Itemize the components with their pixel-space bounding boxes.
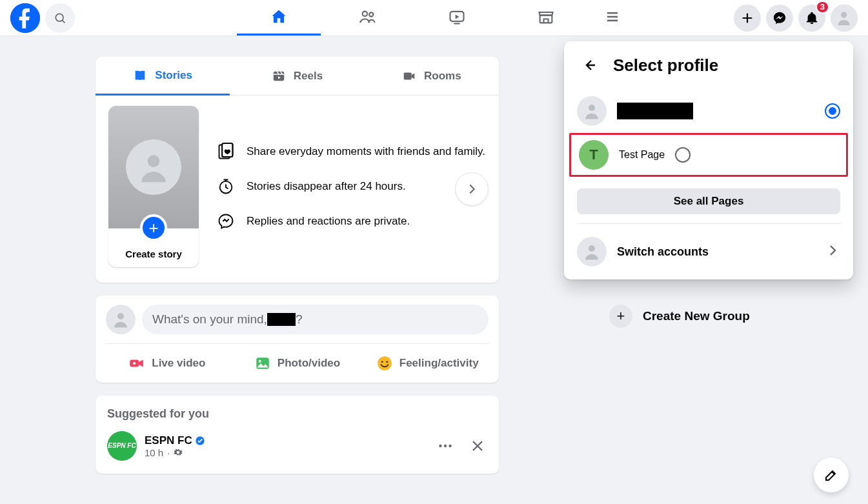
svg-point-29	[449, 445, 451, 447]
svg-point-10	[841, 12, 847, 17]
composer-action-label: Feeling/activity	[399, 357, 479, 370]
tab-label: Rooms	[424, 70, 461, 83]
svg-point-28	[444, 445, 447, 447]
profile-list: T Test Page	[564, 86, 853, 179]
book-icon	[133, 68, 147, 83]
radio-selected[interactable]	[825, 103, 840, 119]
svg-point-4	[369, 12, 373, 16]
back-button[interactable]	[577, 53, 601, 77]
nav-tab-menu[interactable]	[593, 1, 632, 35]
tab-reels[interactable]: Reels	[230, 57, 364, 96]
svg-point-13	[148, 155, 160, 167]
svg-point-3	[362, 12, 367, 16]
suggested-heading: Suggested for you	[96, 396, 499, 427]
switch-accounts-row[interactable]: Switch accounts	[564, 230, 853, 278]
nav-tab-marketplace[interactable]	[504, 1, 588, 35]
cards-heart-icon	[217, 143, 235, 161]
top-nav: 3	[0, 0, 868, 36]
see-all-pages-button[interactable]: See all Pages	[577, 188, 840, 214]
composer-placeholder-prefix: What's on your mind,	[152, 312, 267, 327]
feeling-icon	[376, 355, 393, 372]
composer-input[interactable]: What's on your mind, ?	[142, 305, 489, 334]
messenger-icon	[217, 212, 235, 230]
verified-icon	[195, 436, 205, 446]
profile-row-test-page[interactable]: T Test Page	[571, 135, 846, 175]
post-avatar-espn[interactable]: ESPN FC	[107, 431, 137, 461]
composer-card: What's on your mind, ? Live video Photo/…	[96, 296, 499, 383]
live-video-icon	[128, 355, 145, 372]
tab-stories[interactable]: Stories	[96, 57, 230, 96]
post-dismiss-button[interactable]	[468, 436, 487, 456]
switch-label: Switch accounts	[617, 245, 814, 259]
svg-point-31	[589, 245, 595, 252]
tab-rooms[interactable]: Rooms	[365, 57, 499, 96]
tab-label: Stories	[155, 69, 192, 82]
account-avatar[interactable]	[831, 5, 858, 32]
compose-fab[interactable]	[814, 458, 849, 492]
nav-tab-home[interactable]	[237, 1, 321, 35]
composer-action-label: Live video	[152, 357, 205, 370]
svg-point-20	[133, 362, 136, 365]
profile-name	[617, 103, 814, 119]
profile-row-personal[interactable]	[564, 89, 853, 133]
reels-icon	[272, 69, 286, 83]
stories-info-text: Replies and reactions are private.	[247, 215, 410, 228]
stories-info-text: Stories disappear after 24 hours.	[247, 180, 406, 193]
svg-point-23	[378, 356, 392, 370]
post-timestamp: 10 h	[145, 447, 163, 458]
notifications-badge: 3	[816, 1, 829, 14]
messenger-button[interactable]	[766, 5, 793, 32]
see-all-label: See all Pages	[674, 195, 744, 208]
nav-right: 3	[734, 5, 858, 32]
create-button[interactable]	[734, 5, 761, 32]
photo-icon	[254, 355, 271, 372]
profile-name: Test Page	[619, 149, 665, 161]
clock-icon	[217, 177, 235, 196]
search-button[interactable]	[45, 3, 75, 33]
svg-rect-11	[274, 71, 285, 81]
stories-card: Stories Reels Rooms + Create story Share…	[96, 57, 499, 283]
nav-center	[237, 1, 632, 35]
create-new-group[interactable]: + Create New Group	[609, 305, 750, 328]
rooms-icon	[402, 69, 416, 83]
switch-avatar	[577, 237, 607, 267]
edit-icon	[823, 467, 839, 483]
stories-tabs: Stories Reels Rooms	[96, 57, 499, 96]
svg-rect-12	[404, 72, 412, 79]
svg-line-2	[62, 20, 65, 23]
page-avatar: T	[579, 140, 609, 170]
nav-tab-friends[interactable]	[326, 1, 410, 35]
gear-icon	[174, 448, 183, 457]
facebook-logo[interactable]	[10, 3, 40, 33]
svg-point-22	[259, 360, 261, 363]
tab-label: Reels	[294, 70, 323, 83]
composer-feeling[interactable]: Feeling/activity	[362, 349, 492, 378]
stories-info-text: Share everyday moments with friends and …	[247, 145, 485, 158]
redacted-name	[617, 103, 693, 119]
notifications-button[interactable]: 3	[798, 5, 825, 32]
plus-icon: +	[609, 305, 632, 328]
nav-left	[10, 3, 237, 33]
create-story-tile[interactable]: + Create story	[108, 106, 199, 267]
stories-next-button[interactable]	[455, 172, 489, 206]
radio-unselected[interactable]	[675, 147, 691, 163]
suggested-card: Suggested for you ESPN FC ESPN FC 10 h ·	[96, 396, 499, 474]
plus-icon: +	[140, 214, 167, 241]
profile-row-test-page-highlight: T Test Page	[569, 133, 848, 177]
svg-point-24	[381, 361, 383, 363]
composer-photo-video[interactable]: Photo/video	[232, 349, 363, 378]
post-author[interactable]: ESPN FC	[145, 434, 192, 447]
svg-point-1	[56, 14, 63, 21]
svg-point-27	[439, 445, 441, 447]
composer-live-video[interactable]: Live video	[102, 349, 232, 378]
popover-title: Select profile	[613, 55, 718, 76]
composer-avatar[interactable]	[106, 305, 136, 334]
profile-avatar	[577, 96, 607, 126]
svg-point-18	[117, 313, 124, 319]
composer-placeholder-suffix: ?	[296, 312, 303, 327]
nav-tab-watch[interactable]	[415, 1, 499, 35]
redacted-name	[267, 313, 296, 326]
create-group-label: Create New Group	[643, 309, 750, 323]
svg-point-30	[589, 105, 595, 111]
post-menu-button[interactable]	[436, 436, 455, 456]
